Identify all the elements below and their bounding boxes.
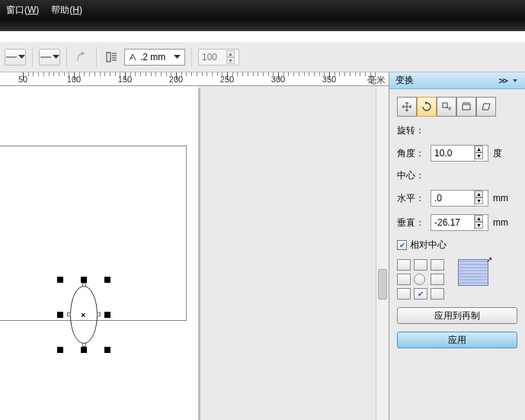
menu-window-label: 窗口: [6, 5, 24, 15]
vert-label: 垂直：: [397, 216, 426, 229]
anchor-bm[interactable]: ✔: [414, 288, 427, 300]
tab-size[interactable]: [456, 97, 476, 117]
transform-preview: ↗: [458, 259, 488, 286]
preview-arrow-icon: ↗: [486, 255, 492, 264]
anchor-ml[interactable]: [397, 274, 411, 285]
relative-center-checkbox[interactable]: ✔ 相对中心: [397, 239, 517, 252]
center-marker-icon: ×: [81, 310, 85, 319]
anchor-br[interactable]: [431, 288, 444, 300]
menu-help-label: 帮助: [51, 5, 69, 15]
handle-middle-right[interactable]: [104, 312, 110, 318]
stroke-width-input[interactable]: [140, 52, 171, 63]
menu-window[interactable]: 窗口(W): [6, 4, 39, 17]
svg-point-7: [131, 57, 133, 59]
apply-duplicate-button[interactable]: 应用到再制: [397, 307, 517, 324]
angle-spinner[interactable]: ▲▼: [474, 146, 483, 161]
line-style-dropdown[interactable]: [39, 49, 60, 66]
vert-unit: mm: [493, 217, 508, 228]
apply-label: 应用: [448, 334, 466, 347]
node-top[interactable]: [82, 283, 86, 287]
outline-pen-icon: [128, 53, 137, 62]
handle-top-middle[interactable]: [81, 277, 87, 283]
transform-tabs: [397, 97, 517, 117]
canvas-area[interactable]: ×: [0, 86, 389, 420]
property-bar: ▲▼: [0, 42, 525, 72]
docker-menu-icon[interactable]: [511, 77, 519, 85]
svg-rect-9: [463, 104, 470, 110]
anchor-tm[interactable]: [414, 259, 427, 271]
rotate-section-label: 旋转：: [397, 124, 517, 137]
menu-bar: 窗口(W) 帮助(H): [0, 0, 525, 21]
vertical-scrollbar[interactable]: [376, 86, 389, 420]
opacity-input[interactable]: [202, 52, 223, 63]
handle-top-left[interactable]: [57, 277, 63, 283]
stroke-width-select[interactable]: [124, 49, 185, 66]
transform-docker: 变换 >> 旋转： 角度： ▲▼ 度 中心： 水平：: [389, 72, 525, 420]
tab-rotate[interactable]: [417, 97, 437, 117]
anchor-tr[interactable]: [431, 259, 444, 271]
anchor-center[interactable]: [414, 274, 425, 285]
anchor-bl[interactable]: [397, 288, 411, 300]
scrollbar-thumb[interactable]: [378, 269, 387, 300]
horiz-input-group: ▲▼: [431, 190, 488, 207]
vert-input[interactable]: [431, 215, 474, 230]
tab-skew[interactable]: [476, 97, 496, 117]
selected-object[interactable]: ×: [57, 277, 110, 353]
menu-help[interactable]: 帮助(H): [51, 4, 82, 17]
titlebar-strip: [0, 21, 525, 31]
handle-bottom-left[interactable]: [57, 347, 63, 353]
horiz-unit: mm: [493, 193, 508, 204]
anchor-mr[interactable]: [431, 274, 444, 285]
node-right[interactable]: [97, 313, 101, 316]
docker-title: 变换: [395, 74, 414, 87]
angle-input[interactable]: [431, 146, 474, 161]
center-section-label: 中心：: [397, 169, 517, 182]
docker-titlebar[interactable]: 变换 >>: [389, 72, 525, 89]
horiz-label: 水平：: [397, 192, 426, 205]
wrap-text-icon[interactable]: [103, 49, 120, 66]
checkbox-icon: ✔: [397, 240, 407, 250]
apply-duplicate-label: 应用到再制: [434, 309, 480, 322]
anchor-tl[interactable]: [397, 259, 411, 271]
collapse-icon[interactable]: >>: [499, 75, 507, 86]
horiz-spinner[interactable]: ▲▼: [474, 191, 483, 206]
anchor-grid: ✔: [397, 259, 444, 300]
handle-middle-left[interactable]: [57, 312, 63, 318]
horiz-input[interactable]: [431, 191, 474, 206]
vert-spinner[interactable]: ▲▼: [474, 215, 483, 230]
opacity-spinner[interactable]: ▲▼: [226, 50, 235, 64]
vert-input-group: ▲▼: [431, 214, 488, 231]
opacity-input-group: ▲▼: [198, 49, 239, 66]
node-bottom[interactable]: [82, 343, 86, 347]
line-start-dropdown[interactable]: [5, 49, 26, 66]
horizontal-ruler: 毫米 50100150200250300350: [0, 72, 389, 86]
svg-rect-2: [107, 53, 110, 62]
node-left[interactable]: [67, 313, 71, 316]
svg-rect-8: [443, 103, 447, 107]
tab-position[interactable]: [397, 97, 417, 117]
angle-unit: 度: [493, 147, 508, 160]
handle-top-right[interactable]: [104, 277, 110, 283]
auto-close-icon[interactable]: [73, 49, 90, 66]
apply-button[interactable]: 应用: [397, 332, 517, 348]
handle-bottom-right[interactable]: [104, 347, 110, 353]
angle-input-group: ▲▼: [431, 145, 488, 162]
relative-center-label: 相对中心: [410, 239, 447, 252]
angle-label: 角度：: [397, 147, 426, 160]
handle-bottom-middle[interactable]: [81, 347, 87, 353]
tab-scale[interactable]: [437, 97, 456, 117]
